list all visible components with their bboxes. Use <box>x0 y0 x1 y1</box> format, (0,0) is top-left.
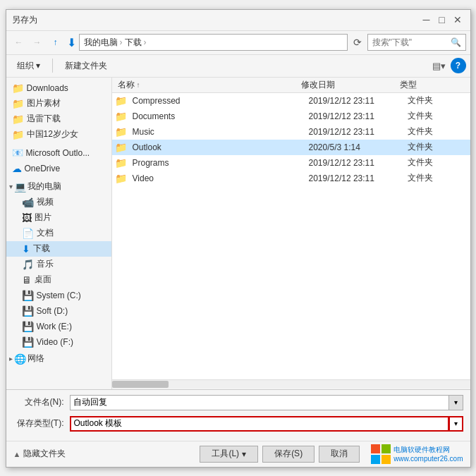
sidebar-item-china[interactable]: 📁 中国12岁少女 <box>6 127 111 142</box>
file-name-outlook: Outlook <box>130 142 303 152</box>
filetype-label: 保存类型(T): <box>13 417 70 429</box>
title-bar-buttons: ─ □ ✕ <box>420 13 465 27</box>
network-icon: 🌐 <box>14 353 26 365</box>
sidebar-item-softd[interactable]: 💾 Soft (D:) <box>6 303 111 319</box>
file-type-music: 文件夹 <box>402 126 470 138</box>
organize-button[interactable]: 组织 ▾ <box>11 57 47 74</box>
music-icon: 🎵 <box>22 259 34 270</box>
computer-icon: 💻 <box>14 181 26 193</box>
file-item-video[interactable]: 📁 Video 2019/12/12 23:11 文件夹 <box>112 171 470 186</box>
tools-arrow: ▾ <box>242 449 246 459</box>
onedrive-icon: ☁ <box>12 163 22 174</box>
disk-c-icon: 💾 <box>22 290 34 301</box>
file-item-outlook[interactable]: 📁 Outlook 2020/5/3 1:14 文件夹 <box>112 140 470 155</box>
file-type-documents: 文件夹 <box>402 110 470 122</box>
breadcrumb-downloads[interactable]: 下载 <box>123 37 143 49</box>
folder-icon-documents: 📁 <box>112 111 130 122</box>
save-button[interactable]: 保存(S) <box>262 446 315 463</box>
maximize-button[interactable]: □ <box>435 13 449 27</box>
col-date-label: 修改日期 <box>301 80 335 90</box>
sidebar-item-pictures[interactable]: 📁 图片素材 <box>6 96 111 111</box>
window-title: 另存为 <box>12 14 420 26</box>
sidebar-item-onedrive[interactable]: ☁ OneDrive <box>6 161 111 176</box>
expand-network-icon: ▸ <box>9 355 13 362</box>
video-icon: 📹 <box>22 197 34 208</box>
hide-files-button[interactable]: ▲ 隐藏文件夹 <box>13 448 66 460</box>
refresh-button[interactable]: ⟳ <box>349 34 366 51</box>
sidebar-item-downloads[interactable]: 📁 Downloads <box>6 80 111 96</box>
svg-rect-1 <box>382 444 391 453</box>
folder-icon: 📁 <box>12 114 24 125</box>
sidebar-item-thunder[interactable]: 📁 迅雷下载 <box>6 111 111 127</box>
file-name-music: Music <box>130 127 303 137</box>
col-type-label: 类型 <box>400 80 417 90</box>
sidebar: 📁 Downloads 📁 图片素材 📁 迅雷下载 📁 中国12岁少女 📧 Mi… <box>6 78 112 389</box>
expand-icon: ▾ <box>9 183 13 190</box>
sidebar-item-docs[interactable]: 📄 文档 <box>6 226 111 241</box>
file-list-header: 名称 ↑ 修改日期 类型 <box>112 78 470 93</box>
file-item-documents[interactable]: 📁 Documents 2019/12/12 23:11 文件夹 <box>112 109 470 124</box>
file-list-area: 名称 ↑ 修改日期 类型 📁 Compressed 2019/12/12 23:… <box>112 78 470 389</box>
back-button[interactable]: ← <box>11 34 28 51</box>
sidebar-item-worke[interactable]: 💾 Work (E:) <box>6 319 111 334</box>
filename-label: 文件名(N): <box>13 396 70 408</box>
scrollbar-area <box>112 379 470 389</box>
nav-bar: ← → ↑ ⬇ 我的电脑 › 下载 › ⟳ 🔍 <box>6 31 470 55</box>
file-item-compressed[interactable]: 📁 Compressed 2019/12/12 23:11 文件夹 <box>112 93 470 109</box>
folder-icon: 📁 <box>12 129 24 140</box>
help-button[interactable]: ? <box>451 58 466 73</box>
search-box[interactable]: 🔍 <box>367 34 466 51</box>
folder-icon-outlook: 📁 <box>112 142 130 153</box>
sidebar-item-video[interactable]: 📹 视频 <box>6 195 111 210</box>
file-date-documents: 2019/12/12 23:11 <box>303 111 402 121</box>
sidebar-item-music[interactable]: 🎵 音乐 <box>6 257 111 272</box>
folder-icon-compressed: 📁 <box>112 95 130 106</box>
title-bar: 另存为 ─ □ ✕ <box>6 10 470 31</box>
view-button[interactable]: ▤▾ <box>431 57 448 74</box>
file-name-video: Video <box>130 173 303 183</box>
col-name-header[interactable]: 名称 ↑ <box>112 79 295 91</box>
folder-icon-programs: 📁 <box>112 157 130 169</box>
file-date-compressed: 2019/12/12 23:11 <box>303 96 402 106</box>
watermark: 电脑软硬件教程网 www.computer26.com <box>371 444 463 464</box>
filetype-dropdown[interactable]: ▾ <box>449 416 463 432</box>
h-scrollbar-thumb[interactable] <box>112 381 169 388</box>
col-date-header[interactable]: 修改日期 <box>295 79 394 91</box>
file-item-music[interactable]: 📁 Music 2019/12/12 23:11 文件夹 <box>112 124 470 140</box>
sidebar-item-pic[interactable]: 🖼 图片 <box>6 210 111 226</box>
close-button[interactable]: ✕ <box>451 13 465 27</box>
cancel-button[interactable]: 取消 <box>319 446 360 463</box>
filetype-input[interactable] <box>70 416 449 432</box>
sidebar-section-mypc[interactable]: ▾ 💻 我的电脑 <box>6 179 111 195</box>
sidebar-item-videof[interactable]: 💾 Video (F:) <box>6 334 111 350</box>
content-area: 📁 Downloads 📁 图片素材 📁 迅雷下载 📁 中国12岁少女 📧 Mi… <box>6 78 470 389</box>
minimize-button[interactable]: ─ <box>420 13 434 27</box>
sort-arrow: ↑ <box>137 81 140 89</box>
h-scrollbar[interactable] <box>112 380 470 389</box>
new-folder-button[interactable]: 新建文件夹 <box>59 57 114 74</box>
file-type-programs: 文件夹 <box>402 157 470 169</box>
sidebar-item-xiazai[interactable]: ⬇ 下载 <box>6 241 111 257</box>
sidebar-item-sysc[interactable]: 💾 System (C:) <box>6 288 111 303</box>
filename-input[interactable] <box>70 395 449 410</box>
tools-label: 工具(L) <box>212 448 239 460</box>
file-list: 📁 Compressed 2019/12/12 23:11 文件夹 📁 Docu… <box>112 93 470 379</box>
forward-button[interactable]: → <box>29 34 46 51</box>
up-button[interactable]: ↑ <box>47 34 64 51</box>
search-input[interactable] <box>372 37 448 47</box>
sidebar-section-network[interactable]: ▸ 🌐 网络 <box>6 351 111 367</box>
watermark-url: www.computer26.com <box>393 454 463 463</box>
sidebar-item-outlook[interactable]: 📧 Microsoft Outlo... <box>6 145 111 161</box>
folder-icon: 📁 <box>12 98 24 109</box>
svg-rect-0 <box>371 444 380 453</box>
col-type-header[interactable]: 类型 <box>394 79 470 91</box>
address-bar[interactable]: 我的电脑 › 下载 › <box>79 34 348 51</box>
filename-row: 文件名(N): ▾ <box>13 394 463 411</box>
filename-dropdown[interactable]: ▾ <box>449 395 463 410</box>
breadcrumb-mypc[interactable]: 我的电脑 <box>83 37 119 49</box>
folder-icon-music: 📁 <box>112 126 130 138</box>
file-item-programs[interactable]: 📁 Programs 2019/12/12 23:11 文件夹 <box>112 155 470 171</box>
tools-button[interactable]: 工具(L) ▾ <box>200 446 258 463</box>
sidebar-item-desktop[interactable]: 🖥 桌面 <box>6 272 111 288</box>
watermark-site: 电脑软硬件教程网 <box>393 445 463 454</box>
